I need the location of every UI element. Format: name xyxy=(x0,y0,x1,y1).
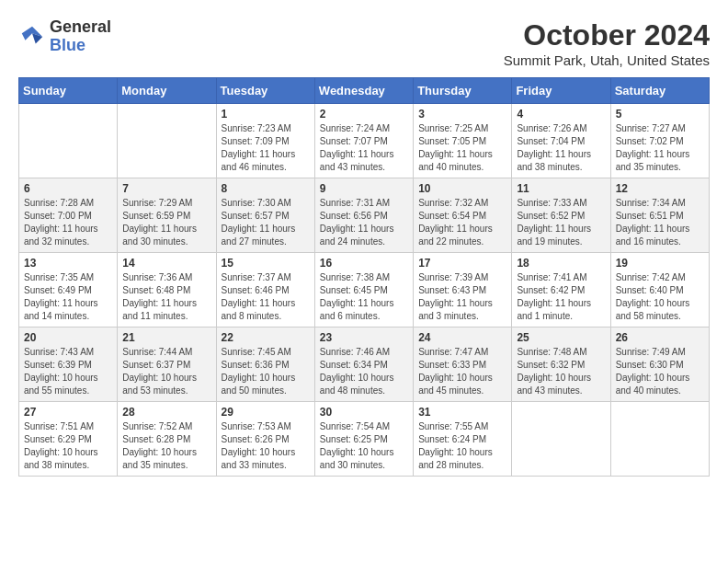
day-info: Sunrise: 7:26 AM Sunset: 7:04 PM Dayligh… xyxy=(517,122,605,174)
calendar-day-cell: 15Sunrise: 7:37 AM Sunset: 6:46 PM Dayli… xyxy=(216,253,314,327)
day-number: 17 xyxy=(418,257,506,270)
day-number: 20 xyxy=(24,331,112,344)
day-info: Sunrise: 7:42 AM Sunset: 6:40 PM Dayligh… xyxy=(616,271,704,323)
day-number: 13 xyxy=(24,257,112,270)
day-number: 21 xyxy=(122,331,210,344)
weekday-header: Thursday xyxy=(414,78,512,104)
day-number: 6 xyxy=(24,182,112,195)
day-info: Sunrise: 7:53 AM Sunset: 6:26 PM Dayligh… xyxy=(222,420,310,472)
logo-text: General Blue xyxy=(50,18,111,55)
day-info: Sunrise: 7:38 AM Sunset: 6:45 PM Dayligh… xyxy=(320,271,408,323)
day-info: Sunrise: 7:30 AM Sunset: 6:57 PM Dayligh… xyxy=(222,197,310,248)
calendar-day-cell: 9Sunrise: 7:31 AM Sunset: 6:56 PM Daylig… xyxy=(314,178,413,253)
calendar-day-cell: 27Sunrise: 7:51 AM Sunset: 6:29 PM Dayli… xyxy=(19,402,118,477)
calendar-day-cell xyxy=(610,402,709,477)
calendar-week-row: 1Sunrise: 7:23 AM Sunset: 7:09 PM Daylig… xyxy=(19,104,710,178)
calendar-day-cell: 12Sunrise: 7:34 AM Sunset: 6:51 PM Dayli… xyxy=(610,178,709,253)
day-number: 30 xyxy=(320,406,408,419)
calendar-day-cell: 23Sunrise: 7:46 AM Sunset: 6:34 PM Dayli… xyxy=(314,327,413,402)
day-info: Sunrise: 7:54 AM Sunset: 6:25 PM Dayligh… xyxy=(320,420,408,472)
weekday-header: Sunday xyxy=(19,78,118,104)
calendar-header-row: SundayMondayTuesdayWednesdayThursdayFrid… xyxy=(19,78,710,104)
day-info: Sunrise: 7:49 AM Sunset: 6:30 PM Dayligh… xyxy=(616,346,704,397)
weekday-header: Monday xyxy=(118,78,216,104)
calendar-day-cell: 16Sunrise: 7:38 AM Sunset: 6:45 PM Dayli… xyxy=(314,253,413,327)
day-info: Sunrise: 7:44 AM Sunset: 6:37 PM Dayligh… xyxy=(122,346,210,397)
day-number: 18 xyxy=(517,257,605,270)
calendar-day-cell xyxy=(19,104,118,178)
calendar-day-cell: 13Sunrise: 7:35 AM Sunset: 6:49 PM Dayli… xyxy=(19,253,118,327)
calendar-day-cell: 22Sunrise: 7:45 AM Sunset: 6:36 PM Dayli… xyxy=(216,327,314,402)
day-number: 11 xyxy=(517,182,605,195)
day-info: Sunrise: 7:32 AM Sunset: 6:54 PM Dayligh… xyxy=(418,197,506,248)
calendar-day-cell: 19Sunrise: 7:42 AM Sunset: 6:40 PM Dayli… xyxy=(610,253,709,327)
calendar-day-cell: 6Sunrise: 7:28 AM Sunset: 7:00 PM Daylig… xyxy=(19,178,118,253)
day-info: Sunrise: 7:45 AM Sunset: 6:36 PM Dayligh… xyxy=(222,346,310,397)
weekday-header: Wednesday xyxy=(314,78,413,104)
day-number: 3 xyxy=(418,108,506,121)
calendar-day-cell: 21Sunrise: 7:44 AM Sunset: 6:37 PM Dayli… xyxy=(118,327,216,402)
day-number: 4 xyxy=(517,108,605,121)
day-info: Sunrise: 7:35 AM Sunset: 6:49 PM Dayligh… xyxy=(24,271,112,323)
weekday-header: Friday xyxy=(512,78,610,104)
calendar-week-row: 13Sunrise: 7:35 AM Sunset: 6:49 PM Dayli… xyxy=(19,253,710,327)
day-number: 19 xyxy=(616,257,704,270)
calendar-day-cell: 24Sunrise: 7:47 AM Sunset: 6:33 PM Dayli… xyxy=(414,327,512,402)
calendar-day-cell: 18Sunrise: 7:41 AM Sunset: 6:42 PM Dayli… xyxy=(512,253,610,327)
day-info: Sunrise: 7:24 AM Sunset: 7:07 PM Dayligh… xyxy=(320,122,408,174)
title-block: October 2024 Summit Park, Utah, United S… xyxy=(504,18,710,68)
day-number: 8 xyxy=(222,182,310,195)
day-info: Sunrise: 7:31 AM Sunset: 6:56 PM Dayligh… xyxy=(320,197,408,248)
calendar-day-cell: 30Sunrise: 7:54 AM Sunset: 6:25 PM Dayli… xyxy=(314,402,413,477)
day-info: Sunrise: 7:29 AM Sunset: 6:59 PM Dayligh… xyxy=(122,197,210,248)
day-info: Sunrise: 7:27 AM Sunset: 7:02 PM Dayligh… xyxy=(616,122,704,174)
logo-icon xyxy=(18,23,46,51)
day-info: Sunrise: 7:23 AM Sunset: 7:09 PM Dayligh… xyxy=(222,122,310,174)
weekday-header: Tuesday xyxy=(216,78,314,104)
day-number: 25 xyxy=(517,331,605,344)
day-info: Sunrise: 7:52 AM Sunset: 6:28 PM Dayligh… xyxy=(122,420,210,472)
page-header: General Blue October 2024 Summit Park, U… xyxy=(18,18,710,68)
day-number: 12 xyxy=(616,182,704,195)
calendar-day-cell: 4Sunrise: 7:26 AM Sunset: 7:04 PM Daylig… xyxy=(512,104,610,178)
calendar-day-cell: 17Sunrise: 7:39 AM Sunset: 6:43 PM Dayli… xyxy=(414,253,512,327)
calendar-table: SundayMondayTuesdayWednesdayThursdayFrid… xyxy=(18,77,710,477)
day-info: Sunrise: 7:34 AM Sunset: 6:51 PM Dayligh… xyxy=(616,197,704,248)
day-info: Sunrise: 7:33 AM Sunset: 6:52 PM Dayligh… xyxy=(517,197,605,248)
calendar-day-cell: 28Sunrise: 7:52 AM Sunset: 6:28 PM Dayli… xyxy=(118,402,216,477)
day-number: 5 xyxy=(616,108,704,121)
calendar-day-cell: 3Sunrise: 7:25 AM Sunset: 7:05 PM Daylig… xyxy=(414,104,512,178)
day-number: 15 xyxy=(222,257,310,270)
calendar-day-cell: 7Sunrise: 7:29 AM Sunset: 6:59 PM Daylig… xyxy=(118,178,216,253)
day-info: Sunrise: 7:51 AM Sunset: 6:29 PM Dayligh… xyxy=(24,420,112,472)
calendar-day-cell: 26Sunrise: 7:49 AM Sunset: 6:30 PM Dayli… xyxy=(610,327,709,402)
day-info: Sunrise: 7:55 AM Sunset: 6:24 PM Dayligh… xyxy=(418,420,506,472)
day-number: 28 xyxy=(122,406,210,419)
calendar-day-cell: 20Sunrise: 7:43 AM Sunset: 6:39 PM Dayli… xyxy=(19,327,118,402)
day-info: Sunrise: 7:46 AM Sunset: 6:34 PM Dayligh… xyxy=(320,346,408,397)
day-info: Sunrise: 7:48 AM Sunset: 6:32 PM Dayligh… xyxy=(517,346,605,397)
day-info: Sunrise: 7:25 AM Sunset: 7:05 PM Dayligh… xyxy=(418,122,506,174)
day-number: 27 xyxy=(24,406,112,419)
day-number: 14 xyxy=(122,257,210,270)
calendar-day-cell: 29Sunrise: 7:53 AM Sunset: 6:26 PM Dayli… xyxy=(216,402,314,477)
calendar-day-cell xyxy=(118,104,216,178)
day-info: Sunrise: 7:41 AM Sunset: 6:42 PM Dayligh… xyxy=(517,271,605,323)
day-number: 22 xyxy=(222,331,310,344)
day-number: 31 xyxy=(418,406,506,419)
day-info: Sunrise: 7:47 AM Sunset: 6:33 PM Dayligh… xyxy=(418,346,506,397)
day-info: Sunrise: 7:39 AM Sunset: 6:43 PM Dayligh… xyxy=(418,271,506,323)
calendar-week-row: 6Sunrise: 7:28 AM Sunset: 7:00 PM Daylig… xyxy=(19,178,710,253)
logo: General Blue xyxy=(18,18,111,55)
calendar-week-row: 27Sunrise: 7:51 AM Sunset: 6:29 PM Dayli… xyxy=(19,402,710,477)
day-number: 9 xyxy=(320,182,408,195)
calendar-day-cell xyxy=(512,402,610,477)
day-number: 2 xyxy=(320,108,408,121)
day-number: 26 xyxy=(616,331,704,344)
calendar-day-cell: 25Sunrise: 7:48 AM Sunset: 6:32 PM Dayli… xyxy=(512,327,610,402)
day-number: 7 xyxy=(122,182,210,195)
calendar-day-cell: 1Sunrise: 7:23 AM Sunset: 7:09 PM Daylig… xyxy=(216,104,314,178)
calendar-day-cell: 10Sunrise: 7:32 AM Sunset: 6:54 PM Dayli… xyxy=(414,178,512,253)
calendar-week-row: 20Sunrise: 7:43 AM Sunset: 6:39 PM Dayli… xyxy=(19,327,710,402)
day-number: 23 xyxy=(320,331,408,344)
